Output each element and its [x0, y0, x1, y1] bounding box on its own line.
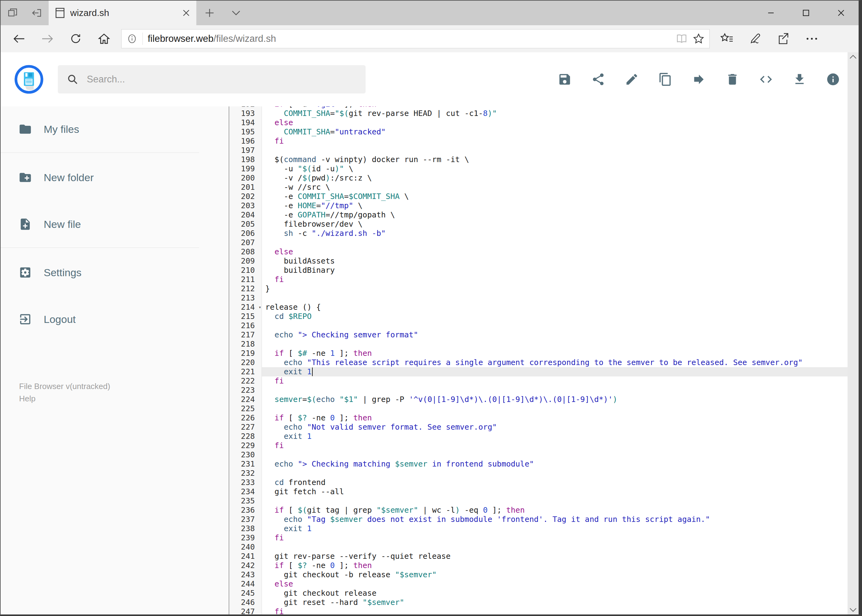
home-button[interactable] [90, 25, 118, 52]
code-text[interactable]: echo "Not valid semver format. See semve… [262, 423, 848, 432]
code-text[interactable]: exit 1 [262, 367, 848, 376]
code-text[interactable]: filebrowser/dev \ [262, 220, 848, 229]
code-text[interactable]: if [ $(git tag | grep "$semver" | wc -l)… [262, 506, 848, 515]
code-text[interactable]: fi [262, 441, 848, 450]
copy-button[interactable] [658, 72, 673, 86]
help-link[interactable]: Help [19, 393, 229, 405]
info-button[interactable] [826, 72, 840, 86]
code-text[interactable]: git rev-parse --verify --quiet release [262, 552, 848, 561]
tab-list-dropdown-button[interactable] [223, 1, 249, 25]
refresh-button[interactable] [61, 25, 90, 52]
code-text[interactable] [262, 450, 848, 459]
code-text[interactable]: fi [262, 376, 848, 386]
code-text[interactable]: release () { [262, 303, 848, 312]
tabs-preview-button[interactable] [1, 1, 25, 25]
code-text[interactable] [262, 293, 848, 303]
reading-view-icon[interactable] [676, 33, 688, 44]
hub-favorites-button[interactable] [713, 25, 741, 52]
web-note-button[interactable] [741, 25, 769, 52]
set-tabs-aside-button[interactable] [25, 1, 49, 25]
vertical-scrollbar[interactable] [848, 52, 859, 614]
code-text[interactable]: -e HOME="//tmp" \ [262, 201, 848, 211]
code-text[interactable]: -e GOPATH=//tmp/gopath \ [262, 211, 848, 220]
tab-close-button[interactable] [182, 9, 190, 17]
code-text[interactable] [262, 542, 848, 552]
code-editor[interactable]: 192 if [ -d ".git" ]; then193 COMMIT_SHA… [229, 107, 848, 614]
code-text[interactable]: fi [262, 607, 848, 614]
code-text[interactable]: cd frontend [262, 478, 848, 487]
code-text[interactable] [262, 386, 848, 395]
share-button[interactable] [591, 72, 605, 86]
scroll-down-icon[interactable] [849, 608, 857, 612]
code-text[interactable]: semver=$(echo "$1" | grep -P '^v(0|[1-9]… [262, 395, 848, 404]
code-text[interactable]: exit 1 [262, 432, 848, 441]
code-text[interactable]: echo "This release script requires a sin… [262, 358, 848, 367]
code-text[interactable]: } [262, 284, 848, 293]
code-text[interactable] [262, 469, 848, 478]
code-text[interactable]: buildBinary [262, 266, 848, 275]
sidebar-item-new-folder[interactable]: New folder [1, 163, 229, 192]
search-box[interactable] [58, 65, 366, 93]
sidebar-item-logout[interactable]: Logout [1, 305, 229, 333]
filebrowser-logo[interactable] [14, 64, 44, 94]
code-text[interactable]: if [ -d ".git" ]; then [262, 107, 848, 109]
code-text[interactable]: else [262, 118, 848, 127]
code-text[interactable] [262, 404, 848, 413]
code-text[interactable]: git fetch --all [262, 487, 848, 497]
url-text[interactable]: filebrowser.web/files/wizard.sh [148, 33, 671, 44]
forward-button[interactable] [33, 25, 61, 52]
code-text[interactable]: -w //src \ [262, 183, 848, 192]
edit-button[interactable] [625, 72, 639, 86]
code-text[interactable]: fi [262, 275, 848, 284]
code-text[interactable] [262, 497, 848, 506]
scroll-up-icon[interactable] [849, 55, 857, 59]
code-text[interactable]: if [ $# -ne 1 ]; then [262, 349, 848, 358]
browser-tab[interactable]: wizard.sh [49, 1, 196, 25]
code-text[interactable]: if [ $? -ne 0 ]; then [262, 413, 848, 423]
address-bar[interactable]: filebrowser.web/files/wizard.sh [121, 29, 710, 48]
code-text[interactable] [262, 339, 848, 349]
delete-button[interactable] [725, 72, 739, 86]
code-text[interactable]: cd $REPO [262, 312, 848, 321]
maximize-button[interactable] [788, 1, 824, 25]
code-text[interactable]: fi [262, 137, 848, 146]
code-text[interactable] [262, 238, 848, 247]
new-tab-button[interactable] [196, 1, 223, 25]
code-text[interactable]: git reset --hard "$semver" [262, 598, 848, 607]
search-input[interactable] [87, 74, 357, 85]
code-text[interactable]: -v /$(pwd):/src:z \ [262, 173, 848, 183]
site-info-icon[interactable] [126, 33, 137, 44]
code-text[interactable]: git checkout release [262, 589, 848, 598]
save-button[interactable] [558, 72, 572, 86]
close-window-button[interactable] [824, 1, 859, 25]
settings-more-button[interactable] [798, 25, 826, 52]
code-text[interactable]: COMMIT_SHA="untracked" [262, 127, 848, 137]
share-page-button[interactable] [769, 25, 798, 52]
code-text[interactable]: -u "$(id -u)" \ [262, 164, 848, 173]
code-text[interactable]: git checkout -b release "$semver" [262, 570, 848, 580]
back-button[interactable] [5, 25, 33, 52]
minimize-button[interactable] [753, 1, 788, 25]
sidebar-item-settings[interactable]: Settings [1, 258, 229, 287]
code-text[interactable]: else [262, 580, 848, 589]
code-text[interactable]: buildAssets [262, 256, 848, 266]
code-text[interactable]: echo "Tag $semver does not exist in subm… [262, 515, 848, 524]
code-text[interactable]: $(command -v winpty) docker run --rm -it… [262, 155, 848, 164]
code-text[interactable]: -e COMMIT_SHA=$COMMIT_SHA \ [262, 192, 848, 201]
code-text[interactable]: echo "> Checking semver format" [262, 330, 848, 339]
sidebar-item-my-files[interactable]: My files [1, 115, 229, 143]
code-text[interactable]: sh -c "./wizard.sh -b" [262, 229, 848, 238]
sidebar-item-new-file[interactable]: New file [1, 210, 229, 238]
download-button[interactable] [793, 72, 807, 86]
code-text[interactable]: echo "> Checking matching $semver in fro… [262, 459, 848, 469]
code-text[interactable]: exit 1 [262, 524, 848, 533]
code-text[interactable]: COMMIT_SHA="$(git rev-parse HEAD | cut -… [262, 109, 848, 118]
raw-code-button[interactable] [759, 72, 773, 86]
add-favorite-star-icon[interactable] [693, 33, 704, 45]
fold-arrow-icon[interactable]: ▾ [258, 303, 261, 312]
move-button[interactable] [692, 72, 706, 86]
code-text[interactable]: else [262, 247, 848, 256]
code-text[interactable] [262, 146, 848, 155]
code-text[interactable]: fi [262, 533, 848, 542]
code-text[interactable]: if [ $? -ne 0 ]; then [262, 561, 848, 570]
